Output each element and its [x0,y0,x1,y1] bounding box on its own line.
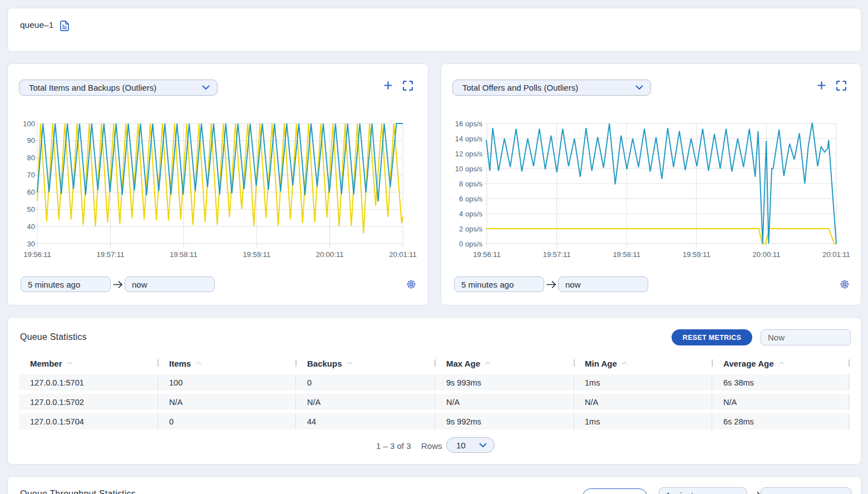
svg-text:2 ops/s: 2 ops/s [459,225,482,233]
svg-text:19:57:11: 19:57:11 [543,250,571,259]
svg-text:19:58:11: 19:58:11 [170,250,198,259]
svg-text:12 ops/s: 12 ops/s [455,150,483,158]
svg-text:60: 60 [27,188,35,196]
svg-text:40: 40 [27,223,35,231]
svg-text:6 ops/s: 6 ops/s [459,195,482,203]
svg-text:20:01:11: 20:01:11 [822,250,850,259]
svg-text:19:56:11: 19:56:11 [473,250,501,259]
svg-text:100: 100 [23,120,35,128]
svg-text:10 ops/s: 10 ops/s [455,165,483,173]
svg-text:20:00:11: 20:00:11 [316,250,344,259]
svg-text:0 ops/s: 0 ops/s [459,240,482,248]
svg-text:19:59:11: 19:59:11 [243,250,270,259]
svg-text:4 ops/s: 4 ops/s [459,210,482,218]
svg-text:16 ops/s: 16 ops/s [455,120,483,128]
svg-text:19:56:11: 19:56:11 [23,250,51,259]
svg-text:90: 90 [27,136,35,145]
svg-text:70: 70 [27,171,35,179]
svg-text:19:58:11: 19:58:11 [613,250,640,259]
svg-text:8 ops/s: 8 ops/s [459,180,482,188]
svg-text:14 ops/s: 14 ops/s [455,135,483,143]
svg-text:20:00:11: 20:00:11 [753,250,781,259]
svg-text:19:57:11: 19:57:11 [97,250,125,259]
svg-text:19:59:11: 19:59:11 [683,250,711,259]
svg-text:80: 80 [27,154,35,162]
svg-text:30: 30 [27,240,35,248]
svg-text:50: 50 [27,205,35,214]
svg-text:20:01:11: 20:01:11 [389,250,417,259]
